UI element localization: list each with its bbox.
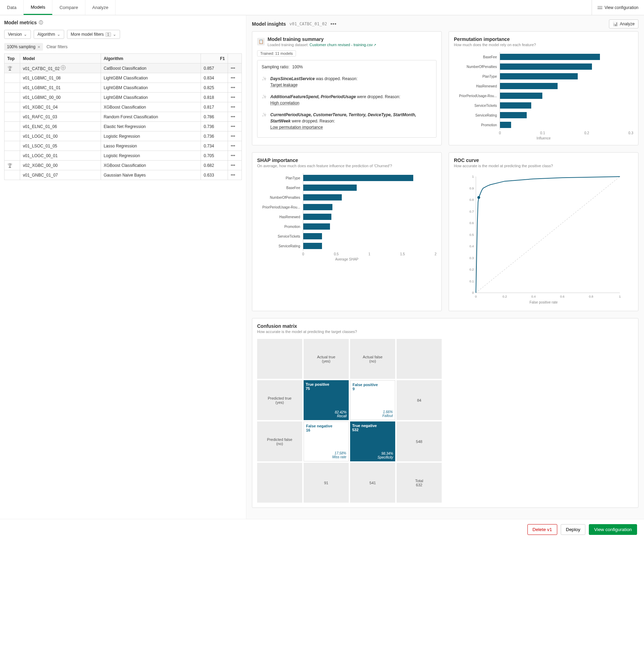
- row-actions[interactable]: •••: [228, 151, 242, 161]
- insight-item: CurrentPeriodUsage, CustomerTenure, Terr…: [262, 109, 432, 133]
- dataset-link[interactable]: Customer churn revised - training.csv: [310, 43, 376, 47]
- analyze-button[interactable]: Analyze: [609, 19, 638, 28]
- row-actions[interactable]: •••: [228, 122, 242, 131]
- trained-badge: Trained: 11 models: [257, 50, 296, 57]
- view-configuration-top[interactable]: View configuration: [592, 0, 644, 15]
- bar-label: ServiceRating: [454, 113, 499, 117]
- svg-text:0: 0: [475, 295, 477, 298]
- conf-cell: True negative53298.34%Specificity: [350, 421, 395, 461]
- conf-cell: True positive7582.42%Recall: [304, 380, 349, 420]
- bar-fill: [303, 175, 413, 181]
- row-actions[interactable]: •••: [228, 73, 242, 83]
- info-icon[interactable]: [39, 19, 43, 26]
- bar-label: Promotion: [257, 225, 302, 229]
- conf-cell: 541: [350, 463, 395, 503]
- table-row[interactable]: v01_LOGC_01_00 Logistic Regression0.736 …: [5, 131, 242, 141]
- svg-text:0: 0: [472, 291, 474, 295]
- view-config-button[interactable]: View configuration: [589, 524, 637, 535]
- row-actions[interactable]: •••: [228, 83, 242, 93]
- summary-icon: 📋: [257, 38, 265, 45]
- roc-card: ROC curve How accurate is the model at p…: [449, 152, 638, 311]
- conf-cell: Actual false(no): [350, 339, 395, 379]
- conf-cell: Predicted false(no): [257, 421, 302, 461]
- row-actions[interactable]: •••: [228, 63, 242, 73]
- table-row[interactable]: v01_LGBMC_01_01 LightGBM Classification0…: [5, 83, 242, 93]
- bar-fill: [500, 112, 527, 118]
- sampling-chip[interactable]: 100% sampling: [4, 43, 43, 51]
- sparkle-icon: [262, 76, 267, 88]
- row-actions[interactable]: •••: [228, 112, 242, 122]
- bar-label: NumberOfPenalties: [454, 65, 499, 69]
- table-row[interactable]: v01_RAFC_01_03 Random Forest Classificat…: [5, 112, 242, 122]
- more-menu[interactable]: [330, 21, 337, 27]
- trophy-icon: [7, 163, 12, 168]
- svg-text:0.6: 0.6: [469, 221, 474, 225]
- svg-line-19: [476, 177, 620, 293]
- bar-fill: [303, 233, 322, 239]
- svg-text:0.4: 0.4: [531, 295, 536, 298]
- table-row[interactable]: v01_ELNC_01_06 Elastic Net Regression0.7…: [5, 122, 242, 131]
- row-actions[interactable]: •••: [228, 170, 242, 180]
- bar-fill: [500, 102, 531, 109]
- conf-cell: Total632: [397, 463, 442, 503]
- svg-text:0.9: 0.9: [469, 187, 474, 190]
- svg-text:0.8: 0.8: [469, 198, 474, 202]
- table-row[interactable]: v01_CATBC_01_02 CatBoost Classification0…: [5, 63, 242, 73]
- row-actions[interactable]: •••: [228, 102, 242, 112]
- col-top[interactable]: Top: [5, 54, 20, 63]
- bar-label: Promotion: [454, 123, 499, 127]
- row-actions[interactable]: •••: [228, 93, 242, 102]
- algorithm-filter[interactable]: Algorithm: [34, 30, 64, 39]
- svg-text:0.3: 0.3: [469, 256, 474, 260]
- conf-cell: 84: [397, 380, 442, 420]
- col-algo[interactable]: Algorithm: [101, 54, 201, 63]
- conf-cell: False positive91.66%Fallout: [350, 380, 395, 420]
- table-row[interactable]: v02_XGBC_00_00 XGBoost Classification0.6…: [5, 161, 242, 170]
- col-model[interactable]: Model: [20, 54, 101, 63]
- table-row[interactable]: v01_GNBC_01_07 Gaussian Naive Bayes0.633…: [5, 170, 242, 180]
- svg-text:0.2: 0.2: [502, 295, 507, 298]
- more-filters[interactable]: More model filters1: [67, 30, 120, 39]
- version-filter[interactable]: Version: [4, 30, 31, 39]
- table-row[interactable]: v01_LSOC_01_05 Lasso Regression0.734 •••: [5, 141, 242, 151]
- bar-label: ServiceTickets: [257, 234, 302, 238]
- bar-fill: [303, 204, 332, 210]
- conf-cell: 91: [304, 463, 349, 503]
- conf-cell: Actual true(yes): [304, 339, 349, 379]
- table-row[interactable]: v01_XGBC_01_04 XGBoost Classification0.8…: [5, 102, 242, 112]
- svg-text:False positive rate: False positive rate: [529, 300, 558, 304]
- bar-fill: [500, 93, 542, 99]
- svg-text:0.5: 0.5: [469, 233, 474, 237]
- bar-label: NumberOfPenalties: [257, 196, 302, 199]
- delete-button[interactable]: Delete v1: [527, 524, 557, 535]
- row-actions[interactable]: •••: [228, 141, 242, 151]
- col-f1[interactable]: F1: [201, 54, 228, 63]
- bar-fill: [500, 73, 578, 79]
- table-row[interactable]: v01_LOGC_00_01 Logistic Regression0.705 …: [5, 151, 242, 161]
- svg-text:0.7: 0.7: [469, 210, 474, 213]
- row-actions[interactable]: •••: [228, 131, 242, 141]
- model-id: v01_CATBC_01_02: [289, 22, 327, 26]
- deploy-button[interactable]: Deploy: [561, 524, 586, 535]
- target-icon: [61, 65, 66, 70]
- conf-cell: [257, 463, 302, 503]
- tab-analyze[interactable]: Analyze: [85, 0, 116, 15]
- models-table: Top Model Algorithm F1 v01_CATBC_01_02 C…: [4, 53, 242, 180]
- tab-models[interactable]: Models: [24, 0, 52, 15]
- training-summary-card: 📋 Model training summary Loaded training…: [252, 31, 442, 145]
- bar-label: HasRenewed: [454, 84, 499, 88]
- bar-label: PlanType: [257, 176, 302, 180]
- table-row[interactable]: v01_LGBMC_00_00 LightGBM Classification0…: [5, 93, 242, 102]
- bar-label: HasRenewed: [257, 215, 302, 219]
- table-row[interactable]: v01_LGBMC_01_08 LightGBM Classification0…: [5, 73, 242, 83]
- trophy-icon: [7, 66, 12, 71]
- sliders-icon: [598, 6, 602, 10]
- tab-compare[interactable]: Compare: [52, 0, 85, 15]
- bar-fill: [500, 54, 600, 60]
- row-actions[interactable]: •••: [228, 161, 242, 170]
- bar-label: BaseFee: [257, 186, 302, 190]
- bar-fill: [303, 243, 322, 249]
- tab-data[interactable]: Data: [0, 0, 24, 15]
- close-icon[interactable]: [37, 44, 40, 49]
- clear-filters[interactable]: Clear filters: [46, 44, 68, 49]
